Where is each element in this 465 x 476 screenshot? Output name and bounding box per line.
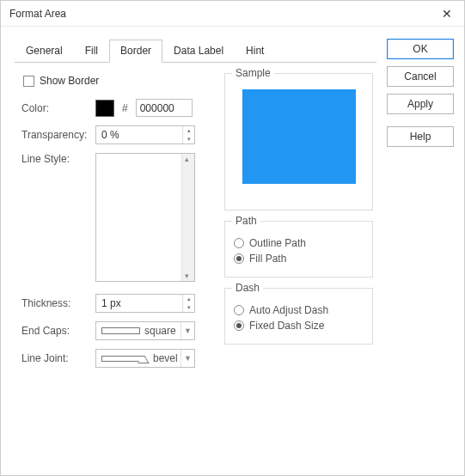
scrollbar[interactable]: [181, 154, 194, 281]
help-button[interactable]: Help: [387, 126, 454, 147]
endcap-preview-icon: [101, 327, 139, 334]
end-caps-combo[interactable]: square ▼: [95, 321, 195, 340]
tab-border[interactable]: Border: [109, 40, 162, 63]
fill-path-radio[interactable]: [234, 253, 244, 264]
outline-path-radio[interactable]: [234, 238, 244, 248]
end-caps-label: End Caps:: [21, 325, 90, 337]
linejoint-preview-icon: [101, 356, 139, 362]
hash-symbol: #: [119, 102, 131, 114]
fixed-dash-label: Fixed Dash Size: [249, 320, 324, 332]
spin-down-icon[interactable]: ▾: [182, 303, 194, 312]
tab-data-label[interactable]: Data Label: [162, 40, 235, 63]
tab-hint[interactable]: Hint: [235, 40, 275, 63]
end-caps-value: square: [144, 325, 176, 337]
color-hex-input[interactable]: [136, 99, 193, 117]
chevron-down-icon: ▼: [180, 322, 194, 339]
chevron-down-icon: ▼: [180, 350, 194, 367]
line-joint-value: bevel: [153, 352, 178, 364]
tab-strip: General Fill Border Data Label Hint: [15, 39, 376, 63]
line-joint-combo[interactable]: bevel ▼: [95, 349, 195, 368]
line-style-label: Line Style:: [21, 153, 90, 165]
fixed-dash-radio[interactable]: [234, 320, 244, 331]
transparency-value: 0 %: [101, 129, 119, 141]
color-label: Color:: [21, 102, 90, 114]
sample-legend: Sample: [232, 67, 274, 79]
tab-fill[interactable]: Fill: [74, 40, 109, 63]
close-button[interactable]: ✕: [437, 3, 457, 24]
show-border-checkbox[interactable]: [23, 76, 34, 87]
path-legend: Path: [232, 215, 260, 227]
spin-down-icon[interactable]: ▾: [182, 135, 194, 143]
ok-button[interactable]: OK: [387, 39, 454, 59]
apply-button[interactable]: Apply: [387, 94, 454, 114]
titlebar: Format Area ✕: [1, 1, 464, 27]
spin-up-icon[interactable]: ▴: [182, 295, 194, 303]
window-title: Format Area: [9, 8, 66, 20]
color-swatch[interactable]: [95, 100, 114, 117]
show-border-label: Show Border: [40, 75, 99, 87]
transparency-label: Transparency:: [21, 129, 90, 141]
line-joint-label: Line Joint:: [21, 352, 90, 364]
spin-up-icon[interactable]: ▴: [182, 126, 194, 135]
sample-group: Sample: [224, 73, 373, 211]
auto-dash-label: Auto Adjust Dash: [249, 304, 328, 316]
auto-dash-radio[interactable]: [234, 305, 244, 315]
line-style-list[interactable]: [95, 153, 195, 282]
transparency-spinner[interactable]: 0 % ▴▾: [95, 125, 195, 144]
cancel-button[interactable]: Cancel: [387, 66, 454, 87]
thickness-label: Thickness:: [21, 297, 90, 309]
thickness-spinner[interactable]: 1 px ▴▾: [95, 294, 195, 313]
sample-swatch: [242, 89, 356, 184]
thickness-value: 1 px: [101, 297, 121, 309]
path-group: Path Outline Path Fill Path: [224, 221, 373, 278]
tab-general[interactable]: General: [15, 40, 74, 63]
dash-group: Dash Auto Adjust Dash Fixed Dash Size: [224, 288, 373, 345]
dash-legend: Dash: [232, 282, 263, 294]
fill-path-label: Fill Path: [249, 253, 286, 265]
outline-path-label: Outline Path: [249, 237, 306, 249]
